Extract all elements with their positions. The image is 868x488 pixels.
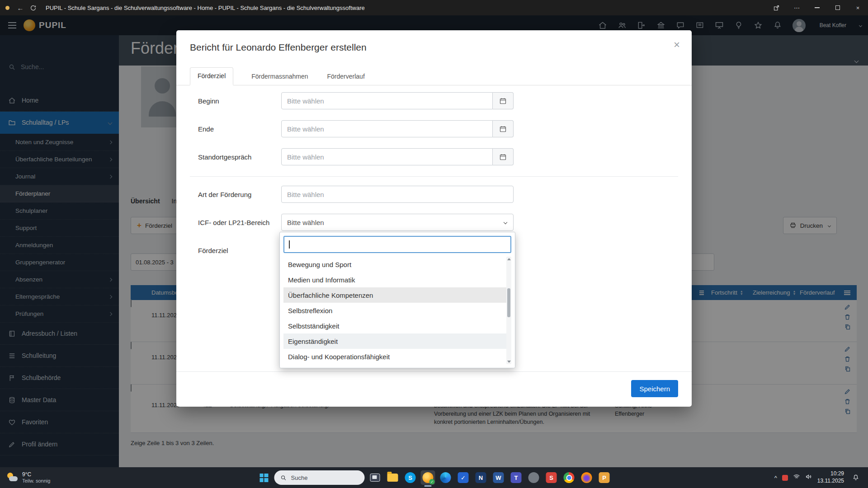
clock-date: 13.11.2025: [817, 478, 844, 485]
dropdown-scrollbar[interactable]: [506, 257, 511, 364]
label-foerderziel: Förderziel: [198, 247, 281, 254]
modal-close-button[interactable]: ×: [674, 39, 680, 50]
clock-time: 10:29: [817, 470, 844, 478]
share-icon: [773, 5, 780, 11]
wifi-icon[interactable]: [793, 473, 800, 482]
taskbar-search[interactable]: Suche: [274, 470, 365, 485]
window-minimize-button[interactable]: [807, 0, 827, 15]
dropdown-option[interactable]: Bewegung und Sport: [283, 257, 511, 272]
modal-tab-foerdermassnahmen[interactable]: Fördermassnahmen: [250, 68, 309, 85]
contacts-button[interactable]: [527, 470, 541, 485]
chrome-button[interactable]: [562, 470, 576, 485]
firefox-button[interactable]: [580, 470, 594, 485]
tab-favicon: [5, 6, 9, 10]
notes-button[interactable]: N: [474, 470, 488, 485]
search-icon: [280, 474, 287, 481]
weather-widget[interactable]: 9°C Teilw. sonnig: [0, 471, 57, 484]
scrollbar-thumb[interactable]: [507, 288, 510, 317]
modal-tab-foerderverlauf[interactable]: Förderverlauf: [326, 68, 366, 85]
dropdown-options-list: Bewegung und Sport Medien und Informatik…: [283, 257, 511, 364]
red-app-button[interactable]: S: [544, 470, 559, 485]
browser-share-button[interactable]: [766, 0, 787, 15]
document-icon: P: [599, 472, 610, 483]
calendar-icon: [499, 125, 507, 133]
app-viewport: PUPIL Beat Kofler: [0, 15, 868, 467]
text-cursor: [289, 240, 290, 249]
chevron-down-icon: [504, 221, 507, 224]
tray-expand-button[interactable]: ^: [774, 474, 777, 481]
label-ende: Ende: [198, 125, 281, 133]
pupil-browser-button[interactable]: ✓: [421, 470, 435, 485]
dropdown-option-highlighted[interactable]: Eigenständigkeit: [283, 333, 511, 349]
modal-tabs: Förderziel Fördermassnahmen Förderverlau…: [176, 67, 692, 85]
label-icf-lp21-bereich: ICF- oder LP21-Bereich: [198, 219, 281, 226]
todo-check-icon: ✓: [458, 472, 469, 483]
beginn-calendar-button[interactable]: [493, 92, 514, 109]
beginn-input[interactable]: [281, 92, 493, 109]
icf-lp21-select[interactable]: Bitte wählen: [281, 214, 514, 231]
browser-back-button[interactable]: ←: [14, 0, 27, 15]
dropdown-option[interactable]: Medien und Informatik: [283, 272, 511, 287]
weather-description: Teilw. sonnig: [22, 478, 50, 484]
calendar-icon: [499, 97, 507, 105]
minimize-icon: [815, 7, 820, 8]
weather-temperature: 9°C: [22, 471, 50, 478]
maximize-icon: [835, 5, 840, 10]
dropdown-option[interactable]: Selbstständigkeit: [283, 318, 511, 333]
folder-icon: [387, 474, 398, 482]
dropdown-option-group[interactable]: Überfachliche Kompetenzen: [283, 287, 511, 303]
refresh-icon: [30, 5, 37, 11]
ende-calendar-button[interactable]: [493, 120, 514, 137]
window-maximize-button[interactable]: [827, 0, 848, 15]
powerpoint-button[interactable]: P: [597, 470, 612, 485]
dropdown-option[interactable]: Dialog- und Kooperationsfähigkeit: [283, 349, 511, 364]
taskbar-search-placeholder: Suche: [291, 474, 308, 481]
art-der-foerderung-input[interactable]: [281, 186, 514, 203]
screen: ← PUPIL - Schule Sargans - die Schulverw…: [0, 0, 868, 488]
label-art-der-foerderung: Art der Förderung: [198, 191, 281, 198]
todo-button[interactable]: ✓: [456, 470, 471, 485]
form-divider: [190, 176, 678, 177]
skype-icon: S: [405, 472, 416, 483]
standortgespraech-input[interactable]: [281, 148, 493, 165]
pupil-app-icon: ✓: [423, 472, 434, 483]
volume-icon[interactable]: [805, 473, 812, 482]
ende-input[interactable]: [281, 120, 493, 137]
person-icon: [528, 472, 539, 483]
firefox-icon: [581, 472, 592, 483]
taskbar-clock[interactable]: 10:29 13.11.2025: [817, 470, 844, 484]
teams-button[interactable]: T: [509, 470, 524, 485]
window-close-button[interactable]: ×: [848, 0, 868, 15]
scroll-up-arrow-icon[interactable]: [507, 258, 511, 260]
s-app-icon: S: [546, 472, 557, 483]
speichern-button[interactable]: Speichern: [631, 380, 678, 397]
browser-titlebar: ← PUPIL - Schule Sargans - die Schulverw…: [0, 0, 868, 15]
dropdown-search-input[interactable]: [283, 236, 511, 253]
file-explorer-button[interactable]: [386, 470, 400, 485]
skype-button[interactable]: S: [403, 470, 418, 485]
windows-taskbar: 9°C Teilw. sonnig Suche S ✓ ✓ N W T S P: [0, 467, 868, 488]
calendar-icon: [499, 153, 507, 161]
word-button[interactable]: W: [491, 470, 506, 485]
standortgespraech-calendar-button[interactable]: [493, 148, 514, 165]
tray-app-icon[interactable]: [782, 475, 788, 481]
scroll-down-arrow-icon[interactable]: [507, 361, 511, 363]
browser-title: PUPIL - Schule Sargans - die Schulverwal…: [46, 5, 365, 11]
label-beginn: Beginn: [198, 97, 281, 105]
browser-more-button[interactable]: ⋯: [787, 0, 807, 15]
start-button[interactable]: [257, 470, 271, 485]
weather-icon: [6, 472, 18, 483]
check-badge-icon: ✓: [429, 479, 435, 484]
task-view-icon: [370, 474, 380, 482]
icf-dropdown-panel: Bewegung und Sport Medien und Informatik…: [279, 232, 515, 368]
word-icon: W: [493, 472, 504, 483]
n-app-icon: N: [476, 472, 486, 483]
edge-button[interactable]: [439, 470, 453, 485]
browser-refresh-button[interactable]: [27, 0, 39, 15]
modal-tab-foerderziel[interactable]: Förderziel: [190, 67, 233, 85]
modal-footer: Speichern: [176, 371, 692, 407]
task-view-button[interactable]: [368, 470, 382, 485]
dropdown-option[interactable]: Selbstreflexion: [283, 303, 511, 318]
teams-icon: T: [511, 472, 522, 483]
notification-center-button[interactable]: [849, 470, 863, 485]
